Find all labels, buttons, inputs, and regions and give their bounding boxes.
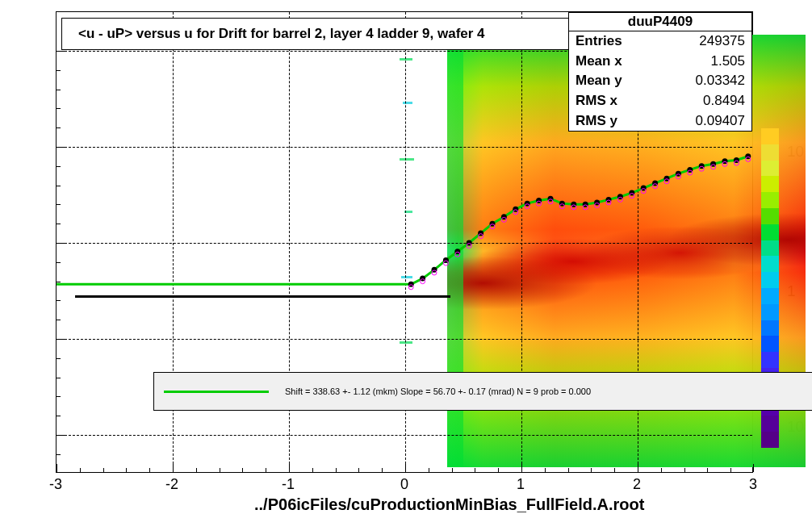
stats-entries: 249375 <box>699 31 745 52</box>
svg-point-32 <box>432 270 437 275</box>
svg-point-2 <box>432 267 437 273</box>
x-axis-caption: ../P06icFiles/cuProductionMinBias_FullFi… <box>254 495 644 514</box>
stats-rmsx: 0.8494 <box>703 91 745 111</box>
svg-point-31 <box>421 279 425 284</box>
stats-box: duuP4409 Entries249375 Mean x1.505 Mean … <box>568 12 752 132</box>
flat-fit-line <box>75 295 450 298</box>
fit-legend: Shift = 338.63 +- 1.12 (mkm) Slope = 56.… <box>153 372 812 411</box>
stats-title: duuP4409 <box>569 13 751 31</box>
plot-area: Shift = 338.63 +- 1.12 (mkm) Slope = 56.… <box>56 11 753 473</box>
legend-text: Shift = 338.63 +- 1.12 (mkm) Slope = 56.… <box>285 387 591 396</box>
stats-meanx: 1.505 <box>710 52 745 72</box>
stats-rmsy: 0.09407 <box>696 111 745 132</box>
legend-line-sample <box>164 391 269 393</box>
svg-point-1 <box>420 276 425 282</box>
stats-meany: 0.03342 <box>696 71 745 91</box>
